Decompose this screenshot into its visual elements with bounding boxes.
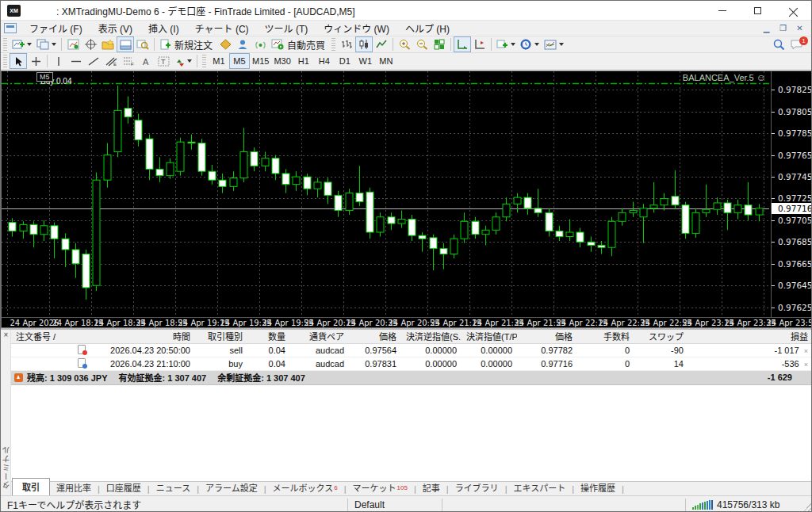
col-volume[interactable]: 数量 bbox=[247, 330, 290, 343]
menu-view[interactable]: 表示 (V) bbox=[90, 20, 140, 36]
profiles-button[interactable] bbox=[34, 36, 59, 52]
metaeditor-button[interactable] bbox=[216, 36, 234, 52]
new-order-label: 新規注文 bbox=[173, 38, 214, 52]
menu-insert[interactable]: 挿入 (I) bbox=[140, 20, 187, 36]
signals-button[interactable] bbox=[251, 36, 269, 52]
menu-chart[interactable]: チャート (C) bbox=[187, 20, 257, 36]
menu-help[interactable]: ヘルプ (H) bbox=[397, 20, 458, 36]
window-maximize-button[interactable] bbox=[740, 1, 776, 20]
chart-minimize-button[interactable]: ▁ bbox=[758, 22, 775, 34]
timeframe-m30-button[interactable]: M30 bbox=[271, 53, 293, 69]
arrows-tool-button[interactable] bbox=[172, 53, 194, 69]
menu-tools[interactable]: ツール (T) bbox=[257, 20, 316, 36]
order-swap: 14 bbox=[634, 357, 688, 370]
auto-trading-button[interactable]: 自動売買 bbox=[269, 36, 329, 52]
ea-status-smiley-icon[interactable]: ☺ bbox=[756, 72, 766, 83]
timeframe-m15-button[interactable]: M15 bbox=[250, 53, 271, 69]
channel-tool-button[interactable]: E bbox=[102, 53, 120, 69]
tab-account-history[interactable]: 口座履歴 bbox=[100, 480, 147, 495]
order-row-buy[interactable]: 2026.04.23 21:10:00 buy 0.04 audcad 0.97… bbox=[11, 357, 812, 370]
toolbar-grip[interactable] bbox=[3, 55, 7, 67]
vertical-line-tool-button[interactable] bbox=[50, 53, 67, 69]
horizontal-line-tool-button[interactable] bbox=[67, 53, 85, 69]
candlestick-chart-button[interactable] bbox=[355, 36, 373, 52]
text-label-tool-button[interactable]: T bbox=[155, 53, 172, 69]
col-price-current[interactable]: 価格 bbox=[517, 330, 577, 343]
tab-mailbox[interactable]: メールボックス6 bbox=[266, 480, 344, 495]
window-minimize-button[interactable] bbox=[704, 1, 740, 20]
tab-exposure[interactable]: 運用比率 bbox=[50, 480, 98, 495]
templates-button[interactable] bbox=[542, 36, 566, 52]
chart-plot-area[interactable]: M5 Buy 0.04 BALANCEA_Ver.5 ☺ bbox=[2, 71, 771, 317]
menu-window[interactable]: ウィンドウ (W) bbox=[316, 20, 397, 36]
tab-library[interactable]: ライブラリ bbox=[449, 480, 505, 495]
tab-news[interactable]: ニュース bbox=[150, 480, 197, 495]
market-watch-button[interactable] bbox=[64, 36, 82, 52]
auto-scroll-button[interactable] bbox=[454, 36, 471, 52]
trendline-tool-button[interactable] bbox=[85, 53, 102, 69]
col-order-number[interactable]: 注文番号 / bbox=[11, 330, 90, 343]
timeframe-m1-button[interactable]: M1 bbox=[209, 53, 229, 69]
order-row-sell[interactable]: 2026.04.23 20:50:00 sell 0.04 audcad 0.9… bbox=[11, 343, 812, 357]
col-tp[interactable]: 決済指値(T/P) bbox=[462, 330, 517, 343]
new-order-button[interactable]: 新規注文 bbox=[157, 36, 216, 52]
timeframe-d1-button[interactable]: D1 bbox=[335, 53, 355, 69]
col-swap[interactable]: スワップ bbox=[634, 330, 688, 343]
toolbar-grip[interactable] bbox=[3, 38, 7, 51]
tab-articles[interactable]: 記事 bbox=[416, 480, 446, 495]
community-button[interactable] bbox=[234, 36, 251, 52]
status-profile[interactable]: Default bbox=[348, 496, 442, 512]
periods-button[interactable] bbox=[518, 36, 542, 52]
fibonacci-tool-button[interactable]: F bbox=[120, 53, 137, 69]
search-icon[interactable] bbox=[773, 39, 784, 50]
close-position-icon[interactable]: × bbox=[804, 347, 808, 355]
cursor-tool-button[interactable] bbox=[10, 53, 27, 69]
col-commission[interactable]: 手数料 bbox=[577, 330, 634, 343]
time-axis[interactable]: 24 Apr 202624 Apr 18:1524 Apr 18:3524 Ap… bbox=[2, 317, 812, 327]
timeframe-w1-button[interactable]: W1 bbox=[355, 53, 376, 69]
tab-journal[interactable]: 操作履歴 bbox=[574, 480, 622, 495]
tab-trade[interactable]: 取引 bbox=[12, 478, 50, 495]
chart-restore-button[interactable]: ❐ bbox=[775, 22, 791, 34]
col-profit[interactable]: 損益 bbox=[688, 330, 812, 343]
bar-chart-button[interactable] bbox=[338, 36, 355, 52]
toolbar-grip[interactable] bbox=[202, 55, 206, 67]
new-chart-button[interactable] bbox=[10, 36, 34, 52]
terminal-close-button[interactable]: × bbox=[2, 331, 10, 340]
crosshair-tool-button[interactable] bbox=[27, 53, 44, 69]
data-window-button[interactable] bbox=[82, 36, 99, 52]
col-symbol[interactable]: 通貨ペア bbox=[290, 330, 349, 343]
line-chart-button[interactable] bbox=[373, 36, 390, 52]
window-close-button[interactable] bbox=[776, 1, 811, 20]
text-tool-button[interactable]: A bbox=[137, 53, 155, 69]
zoom-in-button[interactable] bbox=[396, 36, 413, 52]
tab-market[interactable]: マーケット105 bbox=[347, 480, 414, 495]
tile-windows-button[interactable] bbox=[431, 36, 448, 52]
close-position-icon[interactable]: × bbox=[804, 361, 808, 369]
candlestick-chart[interactable] bbox=[2, 71, 769, 317]
timeframe-m5-button[interactable]: M5 bbox=[229, 53, 250, 69]
tab-experts[interactable]: エキスパート bbox=[507, 480, 572, 495]
strategy-tester-button[interactable] bbox=[134, 36, 151, 52]
indicators-button[interactable] bbox=[494, 36, 518, 52]
timeframe-h1-button[interactable]: H1 bbox=[293, 53, 314, 69]
col-sl[interactable]: 決済逆指値(S... bbox=[401, 330, 462, 343]
zoom-out-button[interactable] bbox=[413, 36, 431, 52]
tab-alerts[interactable]: アラーム設定 bbox=[199, 480, 264, 495]
timeframe-mn-button[interactable]: MN bbox=[376, 53, 396, 69]
terminal-toggle-button[interactable] bbox=[117, 36, 134, 52]
chart-shift-button[interactable] bbox=[471, 36, 488, 52]
col-type[interactable]: 取引種別 bbox=[195, 330, 247, 343]
toolbar-grip[interactable] bbox=[331, 38, 335, 51]
resize-grip[interactable] bbox=[802, 496, 812, 512]
notifications-button[interactable]: 1 bbox=[791, 40, 803, 50]
col-price-open[interactable]: 価格 bbox=[349, 330, 401, 343]
chart-close-button[interactable]: ✕ bbox=[791, 22, 808, 34]
timeframe-h4-button[interactable]: H4 bbox=[314, 53, 335, 69]
menu-file[interactable]: ファイル (F) bbox=[21, 20, 90, 36]
folder-star-icon bbox=[102, 39, 114, 50]
order-sl: 0.00000 bbox=[401, 343, 462, 357]
navigator-button[interactable] bbox=[99, 36, 117, 52]
price-axis[interactable]: 0.978250.978050.977850.977650.977450.977… bbox=[771, 71, 812, 317]
col-time[interactable]: 時間 bbox=[90, 330, 195, 343]
